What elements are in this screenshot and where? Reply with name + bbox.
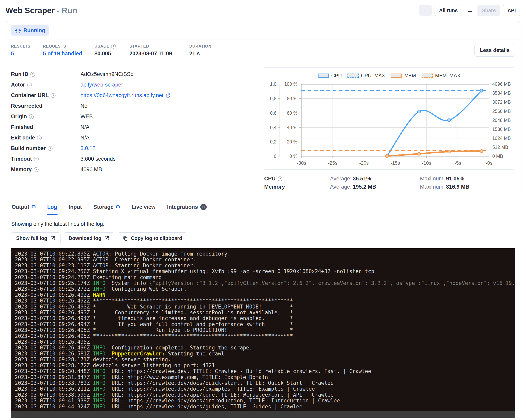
help-icon[interactable]: ? (27, 82, 32, 87)
all-runs-button[interactable]: All runs (435, 5, 462, 16)
svg-text:-0s: -0s (486, 160, 492, 166)
log-line: 2023-03-07T10:09:38.599Z INFO URL: https… (15, 392, 515, 398)
previous-run-button[interactable]: ← (419, 5, 432, 16)
share-label: Share (482, 8, 496, 13)
log-message: Configuration completed. Starting the sc… (112, 345, 252, 351)
log-level-info: INFO (93, 374, 105, 380)
api-button[interactable]: API (503, 5, 520, 16)
log-timestamp: 2023-03-07T10:09:25.174Z (15, 280, 93, 286)
help-icon[interactable]: ? (111, 44, 116, 49)
help-icon[interactable]: ? (37, 135, 42, 140)
help-icon[interactable]: ? (278, 176, 282, 181)
log-message: ACTOR: Pulling Docker image from reposit… (93, 251, 231, 257)
svg-text:3072 MB: 3072 MB (492, 100, 511, 105)
log-timestamp: 2023-03-07T10:09:26.494Z (15, 321, 93, 327)
log-line: 2023-03-07T10:09:22.895Z ACTOR: Pulling … (15, 251, 515, 257)
copy-log-to-clipboard-button[interactable]: Copy log to clipboard (118, 232, 187, 244)
svg-text:0,8: 0,8 (270, 96, 276, 101)
tab-storage[interactable]: Storage (93, 203, 121, 215)
external-link-icon (104, 236, 110, 241)
less-details-button[interactable]: Less details (475, 44, 515, 57)
log-highlight: PuppeteerCrawler: (112, 351, 165, 357)
svg-text:0,2: 0,2 (270, 139, 276, 144)
all-runs-label: All runs (439, 8, 458, 13)
detail-link[interactable]: 3.0.12 (81, 145, 95, 152)
stat-started: STARTED2023-03-07 11:09 (129, 44, 189, 57)
svg-text:1536 MB: 1536 MB (492, 127, 511, 132)
status-row: Running (6, 21, 520, 40)
log-line: 2023-03-07T10:09:22.995Z ACTOR: Creating… (15, 257, 515, 263)
log-timestamp: 2023-03-07T10:09:25.272Z (15, 286, 93, 292)
arrow-left-icon: ← (423, 7, 428, 14)
log-line: 2023-03-07T10:09:33.782Z INFO URL: https… (15, 380, 515, 386)
stat-value[interactable]: 5 (11, 51, 43, 57)
help-icon[interactable]: ? (34, 167, 39, 172)
tab-input[interactable]: Input (68, 203, 82, 215)
download-log-button[interactable]: Download log (64, 232, 115, 244)
svg-text:512 MB: 512 MB (492, 145, 508, 150)
log-timestamp: 2023-03-07T10:09:24.256Z (15, 268, 93, 274)
log-json: {"apifyVersion":"3.1.2","apifyClientVers… (149, 280, 515, 286)
log-horizontal-scrollbar[interactable] (11, 411, 515, 418)
log-line: 2023-03-07T10:09:31.847Z INFO URL: http:… (15, 374, 515, 380)
svg-text:0 %: 0 % (289, 154, 297, 159)
log-timestamp: 2023-03-07T10:09:26.581Z (15, 351, 93, 357)
help-icon[interactable]: ? (34, 157, 39, 162)
stat-usage: USAGE?$0.005 (94, 44, 129, 57)
log-timestamp: 2023-03-07T10:09:38.599Z (15, 392, 93, 398)
run-detail-page: Web Scraper- Run ← All runs → Share API (0, 0, 526, 418)
svg-text:0,6: 0,6 (270, 111, 276, 116)
log-timestamp: 2023-03-07T10:09:30.448Z (15, 368, 93, 374)
help-icon[interactable]: ? (51, 93, 56, 98)
log-level-info: INFO (93, 380, 105, 386)
detail-row-actor: Actor?apify/web-scraper (11, 80, 257, 90)
detail-label: Origin? (11, 113, 81, 120)
log-message: * Run type to PRODUCTION! * (93, 327, 293, 333)
detail-value: AdOz5evimh9NCiSSo (81, 71, 134, 77)
help-icon[interactable]: ? (30, 72, 35, 77)
stat-value[interactable]: 5 of 19 handled (43, 51, 94, 57)
detail-row-resurrected: ResurrectedNo (11, 101, 257, 111)
loading-arc-icon (31, 205, 36, 209)
log-message: URL: https://crawlee.dev/docs/examples, … (112, 386, 315, 392)
tab-log[interactable]: Log (47, 203, 57, 215)
help-icon[interactable]: ? (29, 114, 34, 119)
log-line: 2023-03-07T10:09:44.324Z INFO URL: https… (15, 404, 515, 410)
log-timestamp: 2023-03-07T10:09:26.492Z (15, 298, 93, 304)
stat-label-text: STARTED (129, 44, 149, 49)
detail-label: Resurrected (11, 103, 81, 109)
detail-link[interactable]: apify/web-scraper (81, 82, 123, 88)
tab-output[interactable]: Output (11, 203, 36, 215)
chart-plot: 1,00,80,60,40,20100 %80 %60 %40 %20 %0 %… (265, 81, 513, 168)
log-message: URL: https://crawlee.dev/docs/quick-star… (112, 380, 334, 386)
log-line: 2023-03-07T10:09:26.581Z INFO PuppeteerC… (15, 351, 515, 357)
log-notice: Showing only the latest lines of the log… (11, 221, 515, 227)
next-run-button[interactable]: → (465, 5, 475, 16)
arrow-right-icon: → (467, 7, 473, 14)
legend-item-cpu_max: CPU_MAX (347, 73, 385, 79)
svg-text:0 MB: 0 MB (492, 154, 503, 159)
stat-label: RESULTS (11, 44, 43, 49)
detail-row-container-url: Container URL?https://0q64wnacgyft.runs.… (11, 90, 257, 101)
metrics-column: CPUCPU_MAXMEMMEM_MAX 1,00,80,60,40,20100… (263, 67, 515, 190)
tab-integrations[interactable]: Integrations0 (167, 203, 207, 215)
log-line: 2023-03-07T10:09:28.171Z devtools-server… (15, 357, 515, 362)
log-button-label: Copy log to clipboard (131, 235, 182, 241)
detail-link[interactable]: https://0q64wnacgyft.runs.apify.net (81, 92, 163, 99)
detail-label-text: Finished (11, 124, 33, 130)
detail-row-run-id: Run ID?AdOz5evimh9NCiSSo (11, 69, 257, 80)
stat-label-text: DURATION (189, 44, 211, 49)
share-button[interactable]: Share (477, 5, 500, 16)
log-level-info: INFO (93, 351, 105, 357)
detail-label: Container URL? (11, 92, 81, 99)
help-icon[interactable]: ? (48, 146, 52, 151)
log-level-info: INFO (93, 392, 105, 398)
tab-live-view[interactable]: Live view (131, 203, 156, 215)
detail-value: 3,600 seconds (81, 156, 116, 162)
log-message: Starting X virtual framebuffer using: Xv… (93, 268, 374, 274)
detail-label-text: Container URL (11, 92, 49, 99)
show-full-log-button[interactable]: Show full log (11, 232, 61, 244)
metric-average: Average:36.51% (330, 176, 420, 182)
detail-label-text: Exit code (11, 135, 35, 141)
log-message: ACTOR: Creating Docker container. (93, 256, 196, 263)
